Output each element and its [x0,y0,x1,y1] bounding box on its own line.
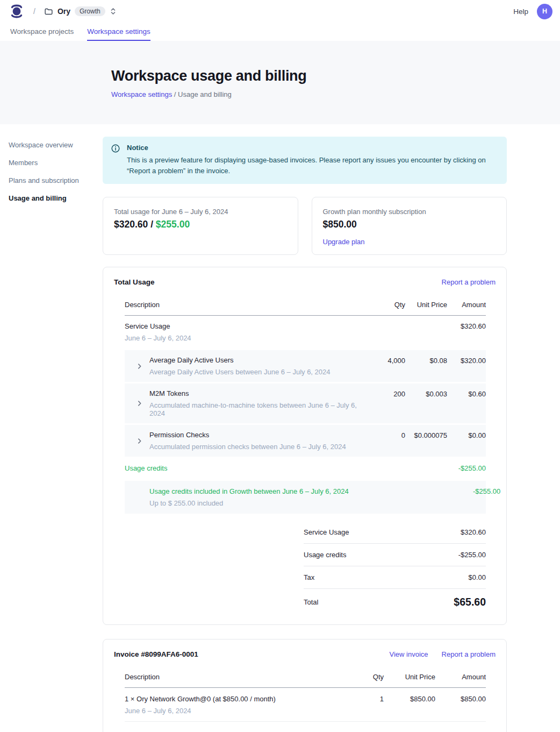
invoice-table-header: Description Qty Unit Price Amount [125,667,486,688]
grand-total-value: $65.60 [454,596,486,608]
usage-credit: $255.00 [156,219,190,230]
workspace-tabs: Workspace projects Workspace settings [0,23,560,41]
usage-separator: / [148,219,156,230]
invoice-table: Description Qty Unit Price Amount 1 × Or… [114,667,496,732]
usage-card-title: Total Usage [114,278,155,286]
invoice-line-unit-price: $850.00 [385,695,435,703]
credits-detail-amount: -$255.00 [448,487,486,495]
folder-icon [44,7,53,16]
table-row: M2M Tokens Accumulated machine-to-machin… [125,383,486,423]
row-unit-price: $0.003 [406,389,447,398]
row-subtitle: Average Daily Active Users between June … [149,368,372,376]
table-row: Average Daily Active Users Average Daily… [125,350,486,382]
subscription-label: Growth plan monthly subscription [323,208,496,216]
total-usage-card: Total usage for June 6 – July 6, 2024 $3… [103,197,298,255]
totals-line: Service Usage $320.60 [304,521,486,544]
tab-workspace-settings[interactable]: Workspace settings [87,23,150,41]
row-amount: $0.60 [448,389,486,398]
help-link[interactable]: Help [513,8,528,16]
summary-cards: Total usage for June 6 – July 6, 2024 $3… [103,197,507,255]
usage-current: $320.60 [114,219,148,230]
chevron-right-icon[interactable] [137,363,142,369]
usage-table-header: Description Qty Unit Price Amount [125,295,486,316]
service-usage-title: Service Usage [125,322,372,330]
col-qty: Qty [373,301,405,309]
usage-credits-amount: -$255.00 [448,464,486,472]
sidebar-item-usage-billing[interactable]: Usage and billing [9,191,97,205]
row-title: Permission Checks [149,431,372,439]
sidebar-item-plans-subscription[interactable]: Plans and subscription [9,173,97,188]
upgrade-plan-link[interactable]: Upgrade plan [323,238,365,246]
row-unit-price: $0.08 [406,356,447,365]
usage-credits-detail-row: Usage credits included in Growth between… [125,481,486,514]
breadcrumb-separator: / [33,7,35,16]
row-amount: $320.00 [448,356,486,365]
avatar[interactable]: H [537,4,552,19]
row-qty: 0 [373,431,405,439]
service-usage-amount: $320.60 [448,322,486,330]
row-title: Average Daily Active Users [149,356,372,364]
usage-invoice-card: Total Usage Report a problem Description… [103,267,507,625]
row-amount: $0.00 [448,431,486,439]
breadcrumb-settings-link[interactable]: Workspace settings [111,90,172,98]
topbar-right: Help H [513,4,552,19]
plan-badge: Growth [75,6,105,16]
totals-label: Tax [304,573,314,581]
total-usage-value: $320.60 / $255.00 [114,219,287,230]
workspace-switcher[interactable]: Ory Growth [44,6,117,16]
tab-workspace-projects[interactable]: Workspace projects [10,23,74,41]
invoice-card: Invoice #8099AFA6-0001 View invoice Repo… [103,639,507,732]
notice-banner: Notice This is a preview feature for dis… [103,137,507,184]
totals-label: Service Usage [304,528,349,536]
col-unit-price: Unit Price [406,301,447,309]
sidebar-item-members[interactable]: Members [9,155,97,170]
subscription-amount: $850.00 [323,219,496,230]
total-usage-label: Total usage for June 6 – July 6, 2024 [114,208,287,216]
col-description: Description [125,301,372,309]
totals-value: -$255.00 [458,551,486,559]
totals-line: Usage credits -$255.00 [304,544,486,566]
usage-credits-row: Usage credits -$255.00 [125,457,486,479]
settings-sidebar: Workspace overview Members Plans and sub… [0,124,103,209]
report-problem-link[interactable]: Report a problem [442,278,496,286]
service-usage-row: Service Usage June 6 – July 6, 2024 $320… [125,316,486,349]
totals-value: $0.00 [468,573,486,581]
totals-label: Usage credits [304,551,346,559]
row-unit-price: $0.000075 [406,431,447,439]
credits-detail-title: Usage credits included in Growth between… [125,487,372,495]
workspace-name: Ory [58,7,70,16]
usage-grand-total: Total $65.60 [304,589,486,608]
totals-line: Tax $0.00 [304,566,486,589]
main-content: Notice This is a preview feature for dis… [103,124,507,732]
subscription-card: Growth plan monthly subscription $850.00… [312,197,507,255]
usage-table: Description Qty Unit Price Amount Servic… [114,295,496,608]
invoice-line-amount: $850.00 [436,695,486,703]
breadcrumb-current: / Usage and billing [172,90,232,98]
top-bar: / Ory Growth Help H [0,0,560,23]
report-problem-link[interactable]: Report a problem [442,650,496,658]
notice-title: Notice [127,144,497,152]
view-invoice-link[interactable]: View invoice [390,650,428,658]
invoice-line-title: 1 × Ory Network Growth@0 (at $850.00 / m… [125,695,351,703]
row-subtitle: Accumulated machine-to-machine tokens be… [149,401,372,417]
col-amount: Amount [448,301,486,309]
invoice-title: Invoice #8099AFA6-0001 [114,650,198,658]
info-icon [111,144,120,153]
usage-credits-title: Usage credits [125,464,372,472]
row-qty: 4,000 [373,356,405,365]
row-qty: 200 [373,389,405,398]
col-unit-price: Unit Price [385,673,435,681]
chevron-right-icon[interactable] [137,438,142,444]
usage-totals: Service Usage $320.60 Usage credits -$25… [304,521,486,608]
invoice-line-period: June 6 – July 6, 2024 [125,707,351,715]
col-qty: Qty [353,673,384,681]
ory-logo-icon[interactable] [10,3,24,19]
table-row: Permission Checks Accumulated permission… [125,425,486,457]
chevron-updown-icon [110,7,117,16]
chevron-right-icon[interactable] [137,401,142,407]
notice-body: This is a preview feature for displaying… [127,155,497,176]
col-amount: Amount [436,673,486,681]
breadcrumb: Workspace settings / Usage and billing [111,90,560,98]
invoice-line-row: 1 × Ory Network Growth@0 (at $850.00 / m… [125,688,486,722]
sidebar-item-workspace-overview[interactable]: Workspace overview [9,138,97,152]
